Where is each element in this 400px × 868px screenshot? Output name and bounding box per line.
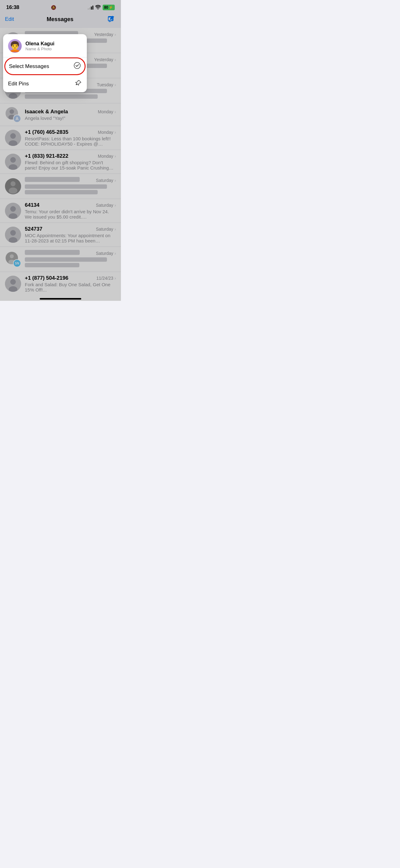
edit-pins-label: Edit Pins: [8, 81, 29, 87]
profile-item[interactable]: 🧑‍🦱 Olena Kagui Name & Photo: [3, 34, 87, 57]
profile-subtitle: Name & Photo: [26, 46, 54, 51]
select-messages-label: Select Messages: [9, 63, 49, 69]
profile-name: Olena Kagui: [26, 41, 54, 46]
avatar-emoji: 🧑‍🦱: [9, 41, 21, 52]
edit-pins-item[interactable]: Edit Pins: [3, 75, 87, 92]
pin-icon: [75, 80, 82, 88]
profile-info: Olena Kagui Name & Photo: [26, 41, 54, 51]
dropdown-menu: 🧑‍🦱 Olena Kagui Name & Photo Select Mess…: [3, 34, 87, 92]
avatar: 🧑‍🦱: [8, 39, 22, 53]
select-messages-item[interactable]: Select Messages: [4, 57, 86, 75]
select-messages-icon: [73, 62, 81, 71]
svg-point-2: [74, 62, 80, 69]
